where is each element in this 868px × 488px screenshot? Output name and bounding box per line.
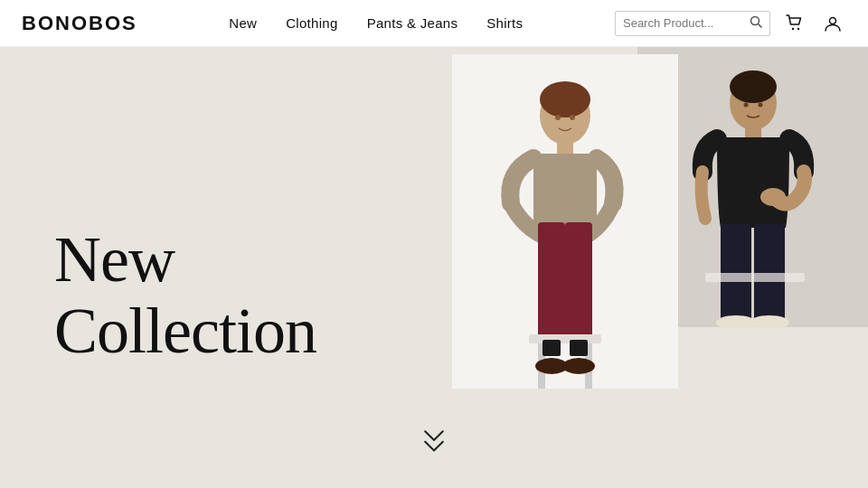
search-input[interactable]: [623, 16, 750, 30]
cart-icon: [785, 14, 805, 33]
svg-point-33: [759, 103, 763, 108]
hero-models: [452, 47, 868, 488]
nav-item-pants-jeans[interactable]: Pants & Jeans: [367, 15, 458, 31]
svg-rect-9: [533, 154, 597, 226]
svg-rect-31: [705, 273, 805, 282]
search-icon: [750, 15, 762, 32]
svg-point-32: [744, 103, 749, 108]
svg-line-1: [758, 23, 761, 27]
svg-point-2: [792, 27, 794, 29]
nav-item-shirts[interactable]: Shirts: [486, 15, 523, 31]
svg-rect-19: [570, 340, 588, 356]
model-left-image: [452, 54, 678, 389]
svg-point-24: [730, 70, 777, 103]
main-nav: New Clothing Pants & Jeans Shirts: [229, 15, 523, 31]
site-header: BONOBOS New Clothing Pants & Jeans Shirt…: [0, 0, 868, 47]
hero-headline-collection: Collection: [54, 296, 316, 368]
hero-headline-new: New: [54, 223, 175, 296]
nav-item-new[interactable]: New: [229, 15, 257, 31]
svg-rect-11: [538, 222, 565, 340]
svg-rect-18: [542, 340, 561, 356]
hero-section: New Collection: [0, 47, 868, 488]
account-icon: [823, 14, 843, 33]
header-actions: [615, 10, 846, 37]
account-button[interactable]: [819, 10, 846, 37]
svg-point-7: [540, 81, 590, 117]
svg-point-17: [562, 358, 595, 374]
svg-rect-13: [529, 334, 601, 343]
hero-text-block: New Collection: [54, 224, 316, 367]
svg-rect-12: [565, 222, 592, 340]
nav-item-clothing[interactable]: Clothing: [286, 15, 337, 31]
model-left-card: [452, 54, 678, 389]
scroll-down-button[interactable]: [418, 428, 450, 461]
svg-point-20: [555, 115, 561, 120]
svg-point-21: [570, 115, 575, 120]
svg-rect-8: [557, 141, 573, 155]
svg-point-4: [829, 17, 835, 23]
logo[interactable]: BONOBOS: [22, 12, 137, 35]
chevron-down-icon: [418, 428, 450, 461]
svg-point-3: [797, 27, 799, 29]
svg-point-26: [760, 188, 786, 206]
hero-headline: New Collection: [54, 224, 316, 367]
search-box: [615, 11, 770, 36]
cart-button[interactable]: [781, 10, 808, 37]
